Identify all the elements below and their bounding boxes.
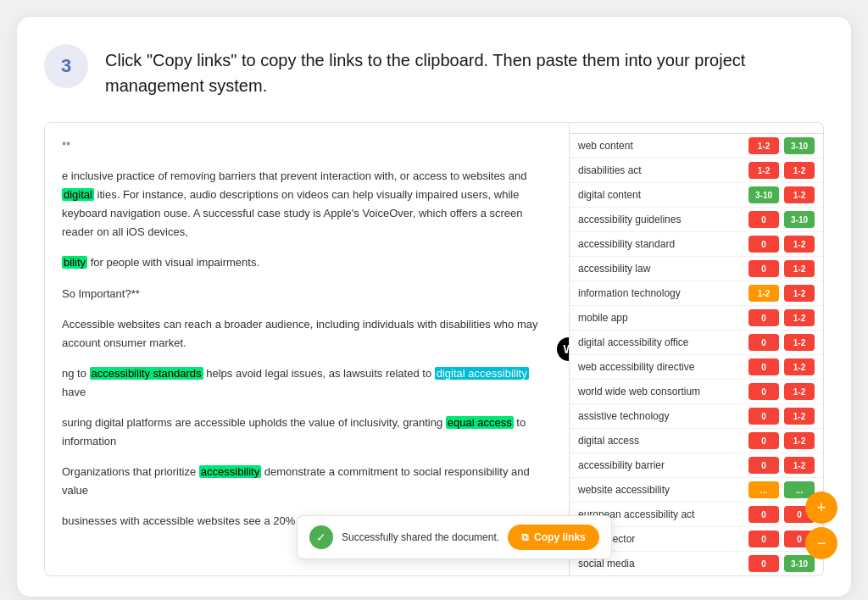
highlight-accessibility-standards: accessibility standards	[90, 367, 203, 380]
main-content: ** e inclusive practice of removing barr…	[44, 122, 824, 576]
zoom-out-button[interactable]: −	[805, 527, 837, 559]
keyword-row: world wide web consortium01-2	[570, 380, 823, 404]
keyword-name: accessibility standard	[578, 238, 743, 250]
keyword-badge-1: 0	[748, 260, 779, 277]
keyword-badge-1: 1-2	[748, 162, 779, 179]
doc-paragraph-8: Organizations that prioritize accessibil…	[62, 463, 552, 500]
keyword-name: web content	[578, 140, 743, 152]
keyword-name: accessibility law	[578, 263, 743, 275]
keyword-badge-1: 1-2	[748, 137, 779, 154]
keyword-badge-1: 0	[748, 358, 779, 375]
keyword-badge-1: 0	[748, 309, 779, 326]
keyword-badge-2: 1-2	[784, 260, 815, 277]
keyword-badge-2: 1-2	[784, 432, 815, 449]
doc-paragraph-3: bility for people with visual impairment…	[62, 253, 552, 272]
grammarly-icon[interactable]: W	[557, 337, 570, 361]
doc-paragraph-1: **	[62, 136, 552, 155]
keyword-row: mobile app01-2	[570, 306, 823, 331]
keyword-row: accessibility law01-2	[570, 257, 823, 281]
document-panel: ** e inclusive practice of removing barr…	[44, 122, 570, 576]
step-number: 3	[44, 44, 88, 88]
toast-message: Successfully shared the document.	[342, 531, 499, 543]
keyword-name: website accessibility	[578, 484, 743, 496]
keyword-badge-1: 0	[748, 531, 779, 547]
keyword-badge-1: 0	[748, 211, 779, 228]
keyword-name: disabilities act	[578, 164, 743, 176]
keyword-badge-2: 1-2	[784, 383, 815, 400]
keyword-name: information technology	[578, 287, 743, 299]
highlight-digital-accessibility: digital accessibility	[435, 367, 529, 380]
doc-paragraph-4: So Important?**	[62, 285, 552, 303]
keyword-badge-2: 1-2	[784, 309, 815, 326]
doc-paragraph-6: ng to accessibility standards helps avoi…	[62, 364, 552, 402]
keywords-header	[570, 123, 823, 134]
highlight-bility: bility	[62, 256, 87, 269]
keyword-row: web accessibility directive01-2	[570, 355, 823, 380]
keyword-badge-1: 3-10	[748, 186, 779, 203]
keyword-name: social media	[578, 558, 743, 569]
keyword-row: accessibility standard01-2	[570, 232, 823, 257]
keyword-name: world wide web consortium	[578, 386, 743, 397]
step-header: 3 Click "Copy links" to copy the links t…	[44, 44, 824, 98]
keyword-row: assistive technology01-2	[570, 404, 823, 429]
keyword-badge-2: 1-2	[784, 285, 815, 302]
keywords-list: web content1-23-10disabilities act1-21-2…	[570, 134, 823, 575]
keyword-name: assistive technology	[578, 410, 743, 422]
keyword-badge-2: 1-2	[784, 408, 815, 425]
main-container: 3 Click "Copy links" to copy the links t…	[17, 17, 851, 597]
keyword-name: web accessibility directive	[578, 361, 743, 373]
doc-paragraph-2: e inclusive practice of removing barrier…	[62, 167, 552, 242]
keyword-badge-1: 1-2	[748, 285, 779, 302]
copy-links-button[interactable]: ⧉ Copy links	[508, 525, 599, 550]
keyword-badge-1: 0	[748, 383, 779, 400]
doc-paragraph-5: Accessible websites can reach a broader …	[62, 315, 552, 353]
keyword-badge-2: 1-2	[784, 334, 815, 351]
keyword-badge-1: 0	[748, 506, 779, 523]
check-icon: ✓	[309, 525, 333, 549]
zoom-controls: + −	[805, 492, 837, 559]
keyword-badge-2: 1-2	[784, 186, 815, 203]
keyword-badge-1: 0	[748, 457, 779, 474]
keyword-badge-1: 0	[748, 408, 779, 425]
keyword-name: digital accessibility office	[578, 336, 743, 348]
keyword-badge-2: 1-2	[784, 162, 815, 179]
keywords-panel: web content1-23-10disabilities act1-21-2…	[570, 122, 824, 576]
keyword-row: accessibility guidelines03-10	[570, 208, 823, 232]
keyword-name: mobile app	[578, 312, 743, 324]
keyword-badge-1: ...	[748, 481, 779, 498]
keyword-badge-2: 3-10	[784, 211, 815, 228]
highlight-digital: digital	[62, 188, 94, 201]
keyword-row: digital access01-2	[570, 429, 823, 453]
keyword-badge-2: 1-2	[784, 236, 815, 253]
keyword-row: disabilities act1-21-2	[570, 158, 823, 183]
keyword-badge-1: 0	[748, 236, 779, 253]
keyword-row: website accessibility......	[570, 478, 823, 503]
keyword-name: digital access	[578, 435, 743, 447]
highlight-accessibility: accessibility	[199, 465, 261, 478]
keyword-row: digital accessibility office01-2	[570, 331, 823, 355]
zoom-in-button[interactable]: +	[805, 492, 837, 524]
keyword-badge-1: 0	[748, 334, 779, 351]
keyword-badge-1: 0	[748, 555, 779, 572]
keyword-row: information technology1-21-2	[570, 281, 823, 306]
highlight-equal-access: equal access	[446, 416, 514, 429]
document-text: ** e inclusive practice of removing barr…	[62, 136, 552, 531]
keyword-name: accessibility barrier	[578, 459, 743, 471]
copy-icon: ⧉	[521, 531, 529, 543]
keyword-name: digital content	[578, 189, 743, 201]
keyword-row: accessibility barrier01-2	[570, 453, 823, 478]
keyword-row: digital content3-101-2	[570, 183, 823, 208]
keyword-badge-2: 3-10	[784, 137, 815, 154]
keyword-row: web content1-23-10	[570, 134, 823, 158]
success-toast: ✓ Successfully shared the document. ⧉ Co…	[297, 515, 612, 559]
keyword-badge-2: 1-2	[784, 358, 815, 375]
keyword-badge-1: 0	[748, 432, 779, 449]
keyword-badge-2: 1-2	[784, 457, 815, 474]
keyword-name: accessibility guidelines	[578, 214, 743, 225]
step-description: Click "Copy links" to copy the links to …	[105, 44, 824, 98]
doc-paragraph-7: suring digital platforms are accessible …	[62, 414, 552, 451]
copy-links-label: Copy links	[534, 531, 586, 543]
